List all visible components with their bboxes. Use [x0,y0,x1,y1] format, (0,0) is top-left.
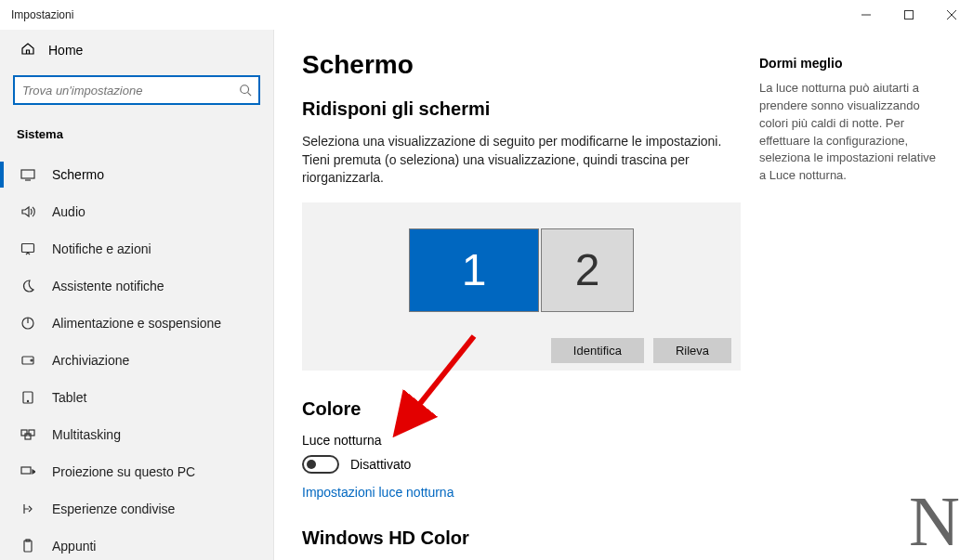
svg-rect-13 [24,540,32,552]
sidebar-item-tablet[interactable]: Tablet [0,379,273,416]
sidebar-item-power[interactable]: Alimentazione e sospensione [0,305,273,342]
svg-point-6 [31,359,33,361]
search-input[interactable] [13,75,260,105]
power-icon [20,316,35,331]
close-button[interactable] [930,0,973,30]
display-icon [20,167,35,182]
window-titlebar: Impostazioni [0,0,973,30]
sidebar-item-audio[interactable]: Audio [0,193,273,230]
svg-rect-5 [22,357,33,364]
sidebar-item-notifications[interactable]: Notifiche e azioni [0,230,273,267]
color-heading: Colore [302,398,741,420]
rearrange-description: Seleziona una visualizzazione di seguito… [302,133,741,188]
sidebar-item-multitasking[interactable]: Multitasking [0,416,273,453]
svg-point-8 [27,400,28,401]
maximize-button[interactable] [888,0,930,30]
page-title: Schermo [302,50,741,80]
svg-rect-3 [22,244,34,253]
sidebar-item-label: Assistente notifiche [52,279,164,293]
minimize-button[interactable] [845,0,888,30]
sidebar-item-label: Proiezione su questo PC [52,464,195,479]
nightlight-state: Disattivato [350,457,411,472]
minimize-icon [861,10,871,20]
watermark: N [909,486,960,556]
sidebar-item-focus-assist[interactable]: Assistente notifiche [0,267,273,305]
aside-title: Dormi meglio [759,56,945,71]
sidebar-item-label: Audio [52,204,85,219]
notifications-icon [20,241,35,256]
moon-icon [20,279,35,293]
identify-button[interactable]: Identifica [551,338,644,363]
sidebar-item-label: Alimentazione e sospensione [52,316,221,331]
svg-rect-9 [21,430,27,436]
display-1[interactable]: 1 [409,228,539,312]
home-label: Home [48,43,83,58]
sidebar-item-label: Tablet [52,390,86,405]
clipboard-icon [20,539,35,553]
hdcolor-heading: Windows HD Color [302,527,741,549]
tablet-icon [20,390,35,405]
share-icon [20,501,35,516]
sidebar-item-display[interactable]: Schermo [0,156,273,193]
sidebar-item-storage[interactable]: Archiviazione [0,342,273,379]
sidebar-item-label: Schermo [52,167,104,182]
sidebar-item-label: Multitasking [52,427,121,442]
sidebar-item-label: Esperienze condivise [52,501,175,516]
sidebar-item-shared-experiences[interactable]: Esperienze condivise [0,490,273,527]
sidebar: Home Sistema Schermo Audio [0,30,274,560]
audio-icon [20,204,35,219]
window-title: Impostazioni [0,8,73,21]
rearrange-heading: Ridisponi gli schermi [302,98,741,120]
svg-rect-2 [21,170,34,178]
project-icon [20,464,35,479]
nightlight-toggle[interactable] [302,455,339,474]
search-icon [232,84,258,97]
svg-rect-12 [21,467,31,474]
sidebar-item-projecting[interactable]: Proiezione su questo PC [0,453,273,490]
close-icon [947,10,956,20]
home-link[interactable]: Home [0,30,273,70]
sidebar-category: Sistema [0,118,273,147]
sidebar-item-label: Notifiche e azioni [52,241,151,256]
sidebar-item-label: Archiviazione [52,353,129,368]
svg-rect-0 [905,11,914,20]
home-icon [20,41,35,59]
nightlight-settings-link[interactable]: Impostazioni luce notturna [302,485,741,500]
aside-body: La luce notturna può aiutarti a prendere… [759,80,945,185]
svg-point-1 [241,85,249,94]
display-2[interactable]: 2 [541,228,634,312]
search-field[interactable] [15,84,232,98]
maximize-icon [904,10,914,20]
display-arrangement[interactable]: 1 2 Identifica Rileva [302,202,741,371]
storage-icon [20,353,35,368]
svg-rect-10 [29,430,34,436]
detect-button[interactable]: Rileva [653,338,731,363]
multitasking-icon [20,427,35,442]
svg-rect-11 [25,434,31,439]
nightlight-label: Luce notturna [302,433,741,448]
content-pane: Schermo Ridisponi gli schermi Seleziona … [274,30,973,560]
sidebar-item-clipboard[interactable]: Appunti [0,527,273,560]
sidebar-item-label: Appunti [52,539,96,553]
